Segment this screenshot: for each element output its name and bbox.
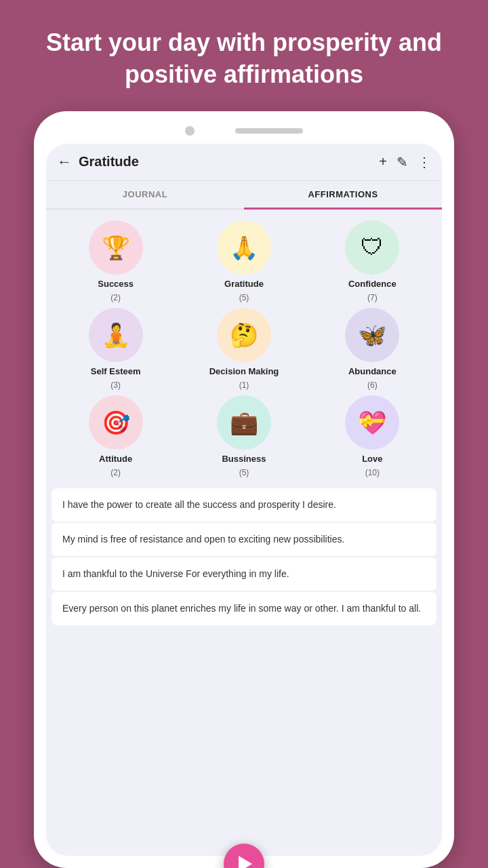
add-icon[interactable]: + xyxy=(379,154,387,170)
category-icon: 🎯 xyxy=(89,395,143,450)
affirmation-card: Every person on this planet enriches my … xyxy=(52,592,436,625)
category-name: Love xyxy=(362,454,382,464)
play-icon xyxy=(239,856,252,868)
category-count: (5) xyxy=(239,468,249,477)
affirmation-card: My mind is free of resistance and open t… xyxy=(52,523,436,556)
tab-affirmations[interactable]: AFFIRMATIONS xyxy=(244,181,442,210)
category-icon: 🧘 xyxy=(89,308,143,362)
more-icon[interactable]: ⋮ xyxy=(418,154,431,170)
category-count: (3) xyxy=(110,380,121,390)
category-name: Self Esteem xyxy=(91,366,141,376)
category-icon: 💝 xyxy=(345,395,399,450)
category-name: Bussiness xyxy=(222,454,266,464)
category-name: Gratitude xyxy=(224,279,264,289)
app-title: Gratitude xyxy=(79,154,372,170)
phone-speaker xyxy=(235,128,303,134)
category-item[interactable]: 🎯 Attitude (2) xyxy=(54,395,177,477)
affirmations-list: I have the power to create all the succe… xyxy=(46,488,442,856)
category-name: Confidence xyxy=(348,279,396,289)
app-bar: ← Gratitude + ✎ ⋮ xyxy=(46,144,442,181)
tab-journal[interactable]: JOURNAL xyxy=(46,181,244,208)
category-item[interactable]: 🛡 Confidence (7) xyxy=(311,220,434,302)
category-icon: 🦋 xyxy=(345,308,399,362)
category-count: (10) xyxy=(365,468,380,477)
category-name: Success xyxy=(98,279,134,289)
category-count: (2) xyxy=(110,468,121,477)
category-item[interactable]: 🙏 Gratitude (5) xyxy=(182,220,305,302)
affirmation-card: I have the power to create all the succe… xyxy=(52,488,436,521)
category-item[interactable]: 🏆 Success (2) xyxy=(54,220,177,302)
category-count: (2) xyxy=(110,293,121,302)
app-bar-actions: + ✎ ⋮ xyxy=(379,154,431,170)
category-name: Decision Making xyxy=(209,366,279,376)
category-item[interactable]: 🦋 Abundance (6) xyxy=(311,308,434,390)
category-icon: 🤔 xyxy=(217,308,271,362)
category-item[interactable]: 🤔 Decision Making (1) xyxy=(182,308,305,390)
edit-icon[interactable]: ✎ xyxy=(396,154,408,170)
back-button[interactable]: ← xyxy=(57,153,72,171)
phone-camera xyxy=(185,126,195,136)
category-item[interactable]: 💼 Bussiness (5) xyxy=(182,395,305,477)
category-name: Attitude xyxy=(99,454,132,464)
affirmation-card: I am thankful to the Universe For everyt… xyxy=(52,557,436,591)
categories-grid: 🏆 Success (2) 🙏 Gratitude (5) 🛡 Confiden… xyxy=(46,210,442,488)
category-count: (7) xyxy=(367,293,378,302)
category-item[interactable]: 💝 Love (10) xyxy=(311,395,434,477)
category-icon: 💼 xyxy=(217,395,271,450)
category-item[interactable]: 🧘 Self Esteem (3) xyxy=(54,308,177,390)
category-count: (6) xyxy=(367,380,378,390)
phone-mockup: ← Gratitude + ✎ ⋮ JOURNAL AFFIRMATIONS 🏆… xyxy=(34,111,454,868)
category-icon: 🙏 xyxy=(217,220,271,275)
category-icon: 🏆 xyxy=(89,220,143,275)
category-count: (1) xyxy=(239,380,249,390)
tab-bar: JOURNAL AFFIRMATIONS xyxy=(46,181,442,210)
phone-screen: ← Gratitude + ✎ ⋮ JOURNAL AFFIRMATIONS 🏆… xyxy=(46,144,442,856)
page-header: Start your day with prosperity and posit… xyxy=(0,0,488,111)
category-count: (5) xyxy=(239,293,249,302)
category-icon: 🛡 xyxy=(345,220,399,275)
phone-top-bar xyxy=(46,123,442,138)
category-name: Abundance xyxy=(348,366,396,376)
